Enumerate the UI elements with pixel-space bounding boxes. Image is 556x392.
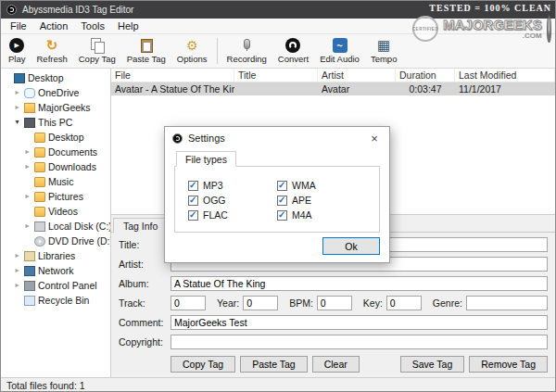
artist-label: Artist: xyxy=(119,259,167,270)
tree-twisty-icon[interactable] xyxy=(23,145,32,159)
comment-field[interactable] xyxy=(171,315,548,330)
key-field[interactable] xyxy=(386,296,422,310)
tree-twisty-icon[interactable] xyxy=(23,189,32,204)
toolbar-button[interactable]: Convert xyxy=(272,35,314,67)
title-label: Title: xyxy=(119,239,167,250)
file-row[interactable]: Avatar - A Statue Of The King.... Avatar… xyxy=(111,82,555,95)
album-field[interactable] xyxy=(171,276,548,291)
toolbar-button[interactable]: Edit Audio xyxy=(314,35,365,67)
album-label: Album: xyxy=(119,278,167,289)
checkbox-label: WMA xyxy=(292,180,316,191)
menu-item[interactable]: File xyxy=(4,19,33,32)
copy-tag-button[interactable]: Copy Tag xyxy=(171,356,235,373)
tab-file-types[interactable]: File types xyxy=(176,151,236,167)
toolbar-button[interactable]: Copy Tag xyxy=(73,35,121,67)
tree-twisty-icon[interactable] xyxy=(13,278,21,293)
folder-icon xyxy=(34,147,45,158)
tree-item[interactable]: Local Disk (C:) xyxy=(1,219,110,234)
settings-dialog: Settings × File types MP3 OGG FLAC WMA A… xyxy=(164,126,390,263)
save-tag-button[interactable]: Save Tag xyxy=(400,356,465,373)
toolbar-button[interactable]: Tempo xyxy=(365,35,403,67)
tree-item[interactable]: Downloads xyxy=(1,159,110,174)
paste-tag-button[interactable]: Paste Tag xyxy=(240,356,308,373)
tree-item[interactable]: DVD Drive (D:) xyxy=(1,234,110,248)
tree-item[interactable]: Network xyxy=(1,263,110,278)
tree-item[interactable]: Music xyxy=(1,174,110,189)
convert-icon xyxy=(285,38,300,53)
folder-icon xyxy=(34,177,45,187)
tree-twisty-icon[interactable] xyxy=(13,248,21,263)
paste-tag-icon xyxy=(139,38,154,53)
tab-tag-info[interactable]: Tag Info xyxy=(113,218,168,233)
column-header[interactable]: File xyxy=(111,69,234,82)
filetype-checkbox[interactable]: WMA xyxy=(277,178,366,193)
clear-button[interactable]: Clear xyxy=(312,356,360,373)
column-header[interactable]: Last Modified xyxy=(455,69,555,82)
copyright-field[interactable] xyxy=(171,335,548,349)
toolbar-button[interactable]: Options xyxy=(171,35,213,67)
filetype-checkbox[interactable]: APE xyxy=(277,193,366,208)
tree-item[interactable]: Videos xyxy=(1,204,110,219)
filetype-checkbox[interactable]: MP3 xyxy=(188,178,277,193)
refresh-icon xyxy=(44,38,59,53)
bpm-field[interactable] xyxy=(317,296,352,310)
button-spacer xyxy=(364,356,396,373)
play-icon xyxy=(9,38,24,53)
toolbar-group-audio: Recording Convert Edit Audio Tempo xyxy=(221,35,403,67)
tree-item[interactable]: Documents xyxy=(1,145,110,159)
file-cell: Avatar - A Statue Of The King.... xyxy=(111,83,234,95)
tree-item[interactable]: OneDrive xyxy=(1,85,110,100)
tree-item[interactable]: Pictures xyxy=(1,189,110,204)
filetype-checkbox[interactable]: OGG xyxy=(188,193,277,208)
filetype-checkbox[interactable]: FLAC xyxy=(188,208,277,222)
toolbar-button[interactable]: Play xyxy=(3,35,31,67)
menu-item[interactable]: Action xyxy=(33,19,75,32)
remove-tag-button[interactable]: Remove Tag xyxy=(469,356,548,373)
tree-twisty-icon[interactable] xyxy=(23,219,32,234)
window-title: Abyssmedia ID3 Tag Editor xyxy=(22,5,133,15)
tree-item[interactable]: This PC xyxy=(1,115,110,130)
computer-icon xyxy=(24,118,35,128)
checkbox-box-icon xyxy=(188,181,198,191)
tree-item[interactable]: Recycle Bin xyxy=(1,293,110,308)
ok-button[interactable]: Ok xyxy=(322,237,380,255)
tree-twisty-icon[interactable] xyxy=(23,159,32,174)
tree-item[interactable]: Desktop xyxy=(1,70,110,85)
folder-icon xyxy=(34,207,45,217)
filetype-checkbox[interactable]: M4A xyxy=(277,208,366,222)
file-types-group: MP3 OGG FLAC WMA APE M4A xyxy=(174,166,380,233)
close-icon[interactable]: × xyxy=(360,127,389,149)
toolbar-group-main: Play Refresh Copy Tag Paste Tag Options xyxy=(3,35,213,67)
tree-twisty-icon[interactable] xyxy=(13,85,21,100)
settings-dialog-titlebar[interactable]: Settings × xyxy=(165,127,389,149)
tempo-icon xyxy=(376,38,391,53)
tree-twisty-icon[interactable] xyxy=(13,263,21,278)
year-field[interactable] xyxy=(243,296,278,310)
tree-item[interactable]: Libraries xyxy=(1,248,110,263)
column-header[interactable]: Title xyxy=(234,69,318,82)
title-bar[interactable]: Abyssmedia ID3 Tag Editor xyxy=(1,1,555,19)
column-header[interactable]: Artist xyxy=(318,69,396,82)
menu-bar: File Action Tools Help xyxy=(1,19,555,34)
track-field[interactable] xyxy=(171,296,206,310)
genre-field[interactable] xyxy=(466,296,548,310)
tree-item[interactable]: Control Panel xyxy=(1,278,110,293)
app-window: Abyssmedia ID3 Tag Editor File Action To… xyxy=(0,0,556,392)
toolbar-button[interactable]: Refresh xyxy=(31,35,72,67)
recording-icon xyxy=(239,38,254,53)
status-bar: Total files found: 1 xyxy=(1,377,555,392)
tree-item[interactable]: MajorGeeks xyxy=(1,100,110,115)
menu-item[interactable]: Tools xyxy=(74,19,111,32)
checkbox-box-icon xyxy=(277,196,287,206)
tree-twisty-icon[interactable] xyxy=(13,100,21,115)
copyright-label: Copyright: xyxy=(119,336,167,348)
edit-audio-icon xyxy=(333,38,348,53)
menu-item[interactable]: Help xyxy=(111,19,145,32)
toolbar-button[interactable]: Recording xyxy=(221,35,272,67)
column-header[interactable]: Duration xyxy=(396,69,455,82)
folder-icon xyxy=(34,192,45,202)
toolbar-button[interactable]: Paste Tag xyxy=(121,35,171,67)
tree-twisty-icon[interactable] xyxy=(13,115,21,130)
tree-item[interactable]: Desktop xyxy=(1,130,110,145)
settings-dialog-icon xyxy=(172,133,183,144)
